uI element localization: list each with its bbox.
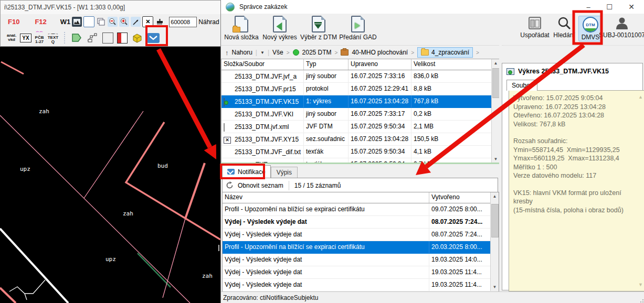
tab-label: Výpis <box>277 169 292 176</box>
diagonal-arrow-glyph <box>132 18 140 26</box>
pcb-tool[interactable]: ⌒⌒ PČB 1-27 <box>35 31 44 44</box>
anal-vkd-tool[interactable]: anal. vkd <box>7 34 16 42</box>
tab-file[interactable]: Soubor <box>506 80 537 91</box>
brush-icon[interactable] <box>155 17 165 27</box>
fit-view-icon[interactable] <box>72 17 82 27</box>
file-type: sez.souřadnic <box>304 133 349 145</box>
dtm-select-button[interactable]: Výběr z DTM <box>300 16 337 41</box>
column-header[interactable]: Upraveno <box>349 59 411 70</box>
scroll-down-arrow[interactable]: ▼ <box>492 155 500 163</box>
list-item-selected[interactable]: Profil - Upozornění na blížící se expira… <box>223 241 499 254</box>
notifications-scrollbar[interactable]: ▲ ▼ <box>490 192 499 291</box>
coordinates-file-icon: ✕ <box>224 136 231 143</box>
breadcrumb-item-order[interactable]: 40-MHO plochování <box>352 49 408 56</box>
notifications-header: Název Vytvořeno <box>223 192 499 203</box>
list-item[interactable]: Výdej - Výsledek výdeje dat 19.03.2025 1… <box>223 266 499 279</box>
text-tool[interactable]: ←―→ TEXT Q <box>47 31 58 44</box>
close-view-icon[interactable]: ✕ <box>142 16 153 27</box>
info-line: Velikost: 767,8 kB <box>513 120 641 129</box>
chevron-down-icon[interactable]: ▼ <box>260 50 265 55</box>
scroll-down-hint-icon[interactable]: ▼ <box>638 280 643 289</box>
breadcrumb-all[interactable]: Vše <box>272 49 283 56</box>
arrange-button[interactable]: Uspořádat <box>518 16 552 39</box>
scrollbar-thumb[interactable] <box>492 68 500 98</box>
button-label: Uspořádat <box>520 31 549 39</box>
table-row[interactable]: ✕25133_DTM.JVF.XY15 sez.souřadnic 16.07.… <box>221 133 500 146</box>
run-tool-icon[interactable] <box>71 32 82 44</box>
code-input[interactable]: 600008 <box>169 17 197 27</box>
column-header[interactable]: Velikost <box>411 59 500 70</box>
table-row[interactable]: 25133_DTM.JVF_dif.txt texťák 15.07.2025 … <box>221 146 500 158</box>
map-label: bud <box>157 163 168 169</box>
new-folder-button[interactable]: Nová složka <box>224 16 259 41</box>
close-button[interactable]: ✕ <box>622 0 640 14</box>
file-modified: 15.07.2025 9:50:34 <box>349 121 411 133</box>
resize-grip[interactable] <box>639 296 644 302</box>
cad-drawing-canvas[interactable]: zah upz bud zah upz zah <box>0 47 220 303</box>
f10-button[interactable]: F10 <box>8 18 19 26</box>
list-item[interactable]: Výdej - Výsledek výdeje dat 19.03.2025 1… <box>223 254 499 266</box>
new-drawing-button[interactable]: Nový výkres <box>261 16 299 41</box>
minimize-button[interactable]: – <box>579 0 597 14</box>
table-row[interactable]: 25133_DTM.jvf.xml JVF DTM 15.07.2025 9:5… <box>221 121 500 133</box>
table-row-selected[interactable]: 25133_DTM.JVF.VK15 1: výkres 16.07.2025 … <box>221 95 500 108</box>
file-size: 4,1 kB <box>411 146 500 158</box>
column-header[interactable]: Název <box>223 192 429 203</box>
breadcrumb-item-current[interactable]: 4_zpracování <box>417 47 473 58</box>
notification-created: 08.07.2025 7:24... <box>429 216 499 228</box>
details-panel: Výkres 25133_DTM.JVF.VK15 Soubor Vytvoře… <box>502 63 643 290</box>
search-button[interactable]: Hledání <box>552 16 577 39</box>
button-label: DMVS <box>582 34 600 41</box>
breadcrumb-divider: | <box>268 49 269 56</box>
scrollbar-thumb[interactable] <box>491 204 499 237</box>
file-modified: 16.07.2025 12:29:41 <box>349 83 411 95</box>
gad-transfer-button[interactable]: Předání GAD <box>339 16 377 41</box>
list-item-unread[interactable]: Výdej - Výsledek výdeje dat 08.07.2025 7… <box>223 216 499 229</box>
scroll-down-arrow[interactable]: ▼ <box>491 283 499 291</box>
table-row[interactable]: 25133_DTM.JVF.VKI jiný soubor 16.07.2025… <box>221 108 500 121</box>
refresh-icon[interactable] <box>226 181 234 189</box>
file-name: 25133_DTM.jvf.xml <box>235 123 289 131</box>
w1-label: W1 <box>60 18 71 26</box>
column-header[interactable]: Vytvořeno <box>429 192 499 203</box>
list-item[interactable]: Výdej - Výsledek výdeje dat 19.03.2025 1… <box>223 279 499 291</box>
cube-3d-icon[interactable] <box>131 33 143 44</box>
polyline-tool-icon[interactable] <box>86 33 99 43</box>
notification-created: 08.07.2025 7:24... <box>429 229 499 241</box>
list-item[interactable]: Profil - Upozornění na blížící se expira… <box>223 203 499 216</box>
table-row[interactable]: 25133_DTM.JVF.pr15 protokol 16.07.2025 1… <box>221 83 500 95</box>
zoom-out-icon[interactable] <box>108 17 118 27</box>
zoom-in-icon[interactable] <box>119 17 129 27</box>
scroll-up-hint-icon[interactable]: ▲ <box>638 93 643 102</box>
column-header[interactable]: Typ <box>304 59 349 70</box>
breadcrumb-up-button[interactable]: Nahoru <box>232 49 252 56</box>
tab-log[interactable]: Výpis <box>271 167 298 178</box>
window-area-icon[interactable] <box>83 16 94 27</box>
yx-tool[interactable]: YX <box>20 34 31 42</box>
column-header[interactable]: Složka/Soubor <box>221 59 304 70</box>
notifications-table: Název Vytvořeno Profil - Upozornění na b… <box>222 192 499 293</box>
refresh-button[interactable]: Obnovit seznam <box>238 182 283 189</box>
color-palette-icon[interactable] <box>102 33 113 44</box>
cad-window-title: i\25133_DTM.JVF.VK15 - [W1 1:303 0,00g] <box>0 0 224 15</box>
tab-notifications[interactable]: Notifikace <box>222 165 271 178</box>
scroll-up-arrow[interactable]: ▲ <box>491 192 499 200</box>
breadcrumb-item-project[interactable]: 2025 DTM <box>302 49 332 56</box>
f12-button[interactable]: F12 <box>35 18 46 26</box>
notification-name: Profil - Upozornění na blížící se expira… <box>223 203 429 215</box>
subject-button[interactable]: SUBJ-00101007 <box>600 16 644 39</box>
copy-view-icon[interactable] <box>96 17 106 27</box>
breadcrumb-divider: | <box>256 49 257 56</box>
button-label: Nový výkres <box>262 34 297 41</box>
scroll-up-arrow[interactable]: ▲ <box>492 59 500 67</box>
red-white-fill-icon[interactable] <box>117 33 128 44</box>
file-table-scrollbar[interactable]: ▲ ▼ <box>491 59 500 163</box>
file-type: texťák <box>304 146 349 158</box>
mail-notifications-icon[interactable] <box>147 33 160 43</box>
maximize-button[interactable]: ☐ <box>600 0 618 14</box>
file-type: JVF DTM <box>304 121 349 133</box>
pan-arrow-icon[interactable] <box>131 17 141 27</box>
list-item[interactable]: Výdej - Výsledek výdeje dat 08.07.2025 7… <box>223 229 499 241</box>
table-row[interactable]: 25133_DTM.JVF.jvf_a jiný soubor 16.07.20… <box>221 70 500 83</box>
file-size: 2,1 MB <box>411 121 500 133</box>
